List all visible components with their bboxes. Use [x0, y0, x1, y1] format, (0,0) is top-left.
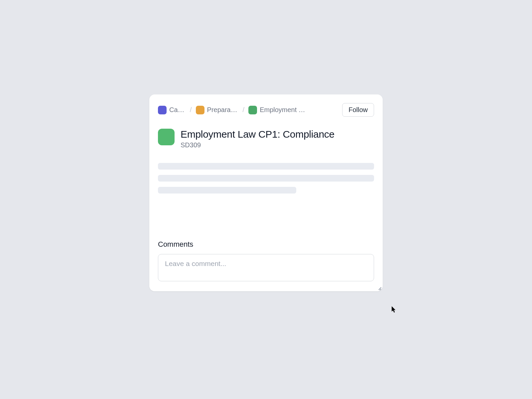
page-title: Employment Law CP1: Compliance [181, 129, 334, 140]
breadcrumb-label: Employment Law CP1 [260, 106, 308, 114]
breadcrumb-label: Cases [169, 106, 186, 114]
comment-input[interactable] [158, 254, 374, 281]
comments-section: Comments [158, 240, 374, 283]
card-header: Cases / Preparation / Employment Law CP1… [158, 103, 374, 117]
folder-icon [248, 106, 257, 114]
skeleton-line [158, 187, 296, 194]
breadcrumb-item-preparation[interactable]: Preparation [196, 106, 239, 114]
skeleton-line [158, 175, 374, 182]
title-section: Employment Law CP1: Compliance SD309 [158, 129, 374, 149]
item-id: SD309 [181, 141, 334, 149]
content-skeleton [158, 163, 374, 194]
breadcrumb-separator: / [243, 106, 245, 114]
breadcrumb-item-current[interactable]: Employment Law CP1 [248, 106, 308, 114]
resize-handle[interactable] [377, 285, 381, 290]
skeleton-line [158, 163, 374, 170]
title-content: Employment Law CP1: Compliance SD309 [181, 129, 334, 149]
breadcrumb-item-cases[interactable]: Cases [158, 106, 186, 114]
cursor-icon [392, 306, 397, 314]
breadcrumb-separator: / [190, 106, 192, 114]
comments-heading: Comments [158, 240, 374, 249]
follow-button[interactable]: Follow [342, 103, 374, 117]
item-card: Cases / Preparation / Employment Law CP1… [149, 94, 383, 291]
breadcrumb: Cases / Preparation / Employment Law CP1 [158, 106, 335, 114]
folder-icon [158, 106, 167, 114]
breadcrumb-label: Preparation [207, 106, 239, 114]
folder-icon [196, 106, 204, 114]
item-icon [158, 129, 175, 145]
